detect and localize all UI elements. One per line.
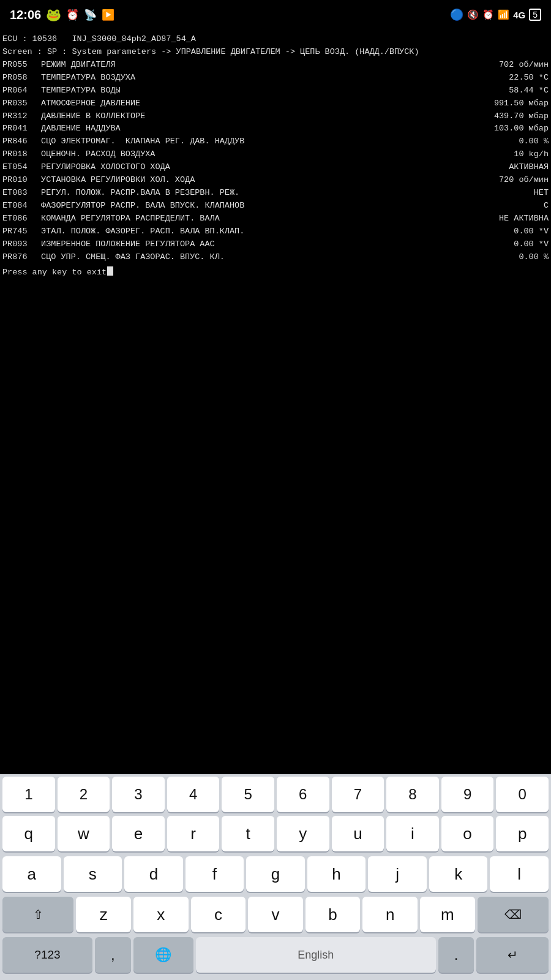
letter-key-t[interactable]: t bbox=[222, 816, 274, 851]
letter-key-z[interactable]: z bbox=[76, 897, 131, 932]
num-key-4[interactable]: 4 bbox=[167, 777, 220, 812]
param-label: СЦО УПР. СМЕЩ. ФАЗ ГАЗОРАС. ВПУС. КЛ. bbox=[36, 251, 451, 264]
param-row: PR010 УСТАНОВКА РЕГУЛИРОВКИ ХОЛ. ХОДА720… bbox=[2, 174, 549, 187]
param-code: PR035 bbox=[2, 97, 36, 110]
letter-key-b[interactable]: b bbox=[305, 897, 361, 932]
num-key-1[interactable]: 1 bbox=[2, 777, 55, 812]
param-row: PR041 ДАВЛЕНИЕ НАДДУВА103.00 мбар bbox=[2, 123, 549, 135]
letter-key-j[interactable]: j bbox=[368, 856, 427, 892]
letter-key-f[interactable]: f bbox=[186, 856, 244, 892]
letter-key-w[interactable]: w bbox=[58, 816, 110, 851]
rss-icon: 📡 bbox=[84, 9, 97, 21]
status-left: 12:06 🐸 ⏰ 📡 ▶️ bbox=[10, 7, 114, 22]
alarm-icon: ⏰ bbox=[66, 9, 79, 21]
letter-key-s[interactable]: s bbox=[64, 856, 122, 892]
param-row: ET054 РЕГУЛИРОВКА ХОЛОСТОГО ХОДААКТИВНАЯ bbox=[2, 161, 549, 174]
param-label: ФАЗОРЕГУЛЯТОР РАСПР. ВАЛА ВПУСК. КЛАПАНО… bbox=[36, 200, 451, 213]
param-code: PR055 bbox=[2, 59, 36, 72]
param-row: PR876 СЦО УПР. СМЕЩ. ФАЗ ГАЗОРАС. ВПУС. … bbox=[2, 251, 549, 264]
param-value: 58.44 *C bbox=[451, 85, 549, 97]
battery-icon: 5 bbox=[529, 9, 541, 21]
globe-key[interactable]: 🌐 bbox=[133, 937, 193, 973]
num-key-9[interactable]: 9 bbox=[441, 777, 494, 812]
param-label: СЦО ЭЛЕКТРОМАГ. КЛАПАНА РЕГ. ДАВ. НАДДУВ bbox=[36, 135, 451, 148]
param-value: 0.00 *V bbox=[451, 225, 549, 238]
keyboard-row3: ⇧zxcvbnm⌫ bbox=[0, 894, 551, 935]
letter-key-q[interactable]: q bbox=[2, 816, 55, 851]
param-code: PR064 bbox=[2, 85, 36, 97]
screen-line: Screen : SP : System parameters -> УПРАВ… bbox=[2, 46, 549, 59]
letter-key-c[interactable]: c bbox=[191, 897, 246, 932]
param-label: ТЕМПЕРАТУРА ВОЗДУХА bbox=[36, 72, 451, 85]
num-key-2[interactable]: 2 bbox=[58, 777, 110, 812]
param-code: PR312 bbox=[2, 110, 36, 123]
status-right: 🔵 🔇 ⏰ 📶 4G 5 bbox=[450, 8, 541, 21]
param-label: РЕЖИМ ДВИГАТЕЛЯ bbox=[36, 59, 451, 72]
num-key-5[interactable]: 5 bbox=[222, 777, 274, 812]
letter-key-g[interactable]: g bbox=[246, 856, 305, 892]
exit-prompt-text: Press any key to exit bbox=[2, 266, 107, 279]
param-row: ET083 РЕГУЛ. ПОЛОЖ. РАСПР.ВАЛА В РЕЗЕРВН… bbox=[2, 187, 549, 200]
exit-prompt-line: Press any key to exit bbox=[2, 266, 549, 279]
param-code: ET084 bbox=[2, 200, 36, 213]
param-row: PR018 ОЦЕНОЧН. РАСХОД ВОЗДУХА10 kg/h bbox=[2, 148, 549, 161]
letter-key-h[interactable]: h bbox=[307, 856, 366, 892]
param-value: НЕ АКТИВНА bbox=[451, 213, 549, 225]
letter-key-o[interactable]: o bbox=[441, 816, 494, 851]
keyboard-row2: asdfghjkl bbox=[0, 854, 551, 894]
param-value: 720 об/мин bbox=[451, 174, 549, 187]
num-key-8[interactable]: 8 bbox=[386, 777, 439, 812]
letter-key-p[interactable]: p bbox=[496, 816, 549, 851]
shift-key[interactable]: ⇧ bbox=[2, 897, 73, 932]
param-value: 10 kg/h bbox=[451, 148, 549, 161]
comma-key[interactable]: , bbox=[95, 937, 131, 973]
period-key[interactable]: . bbox=[438, 937, 474, 973]
param-row: PR093 ИЗМЕРЕННОЕ ПОЛОЖЕНИЕ РЕГУЛЯТОРА АА… bbox=[2, 238, 549, 251]
letter-key-i[interactable]: i bbox=[386, 816, 439, 851]
letter-key-u[interactable]: u bbox=[332, 816, 384, 851]
cursor-indicator bbox=[107, 266, 113, 276]
space-key[interactable]: English bbox=[196, 937, 436, 973]
param-row: PR745 ЭТАЛ. ПОЛОЖ. ФАЗОРЕГ. РАСП. ВАЛА В… bbox=[2, 225, 549, 238]
param-row: PR312 ДАВЛЕНИЕ В КОЛЛЕКТОРЕ439.70 мбар bbox=[2, 110, 549, 123]
num-key-3[interactable]: 3 bbox=[112, 777, 165, 812]
letter-key-n[interactable]: n bbox=[362, 897, 418, 932]
enter-key[interactable]: ↵ bbox=[476, 937, 549, 973]
keyboard-row1: qwertyuiop bbox=[0, 813, 551, 854]
keyboard-number-row: 1234567890 bbox=[0, 774, 551, 813]
letter-key-r[interactable]: r bbox=[167, 816, 220, 851]
frog-icon: 🐸 bbox=[46, 7, 61, 22]
bluetooth-icon: 🔵 bbox=[450, 8, 463, 21]
param-code: ET083 bbox=[2, 187, 36, 200]
param-row: PR846 СЦО ЭЛЕКТРОМАГ. КЛАПАНА РЕГ. ДАВ. … bbox=[2, 135, 549, 148]
letter-key-e[interactable]: e bbox=[112, 816, 165, 851]
num-key-0[interactable]: 0 bbox=[496, 777, 549, 812]
param-value: АКТИВНАЯ bbox=[451, 161, 549, 174]
param-value: 103.00 мбар bbox=[451, 123, 549, 135]
backspace-key[interactable]: ⌫ bbox=[478, 897, 549, 932]
param-value: 0.00 *V bbox=[451, 238, 549, 251]
param-label: ТЕМПЕРАТУРА ВОДЫ bbox=[36, 85, 451, 97]
param-value: 991.50 мбар bbox=[451, 97, 549, 110]
special-key-123[interactable]: ?123 bbox=[2, 937, 92, 973]
youtube-icon: ▶️ bbox=[102, 9, 114, 21]
letter-key-a[interactable]: a bbox=[2, 856, 61, 892]
letter-key-x[interactable]: x bbox=[133, 897, 189, 932]
letter-key-v[interactable]: v bbox=[248, 897, 303, 932]
letter-key-l[interactable]: l bbox=[490, 856, 549, 892]
time-display: 12:06 bbox=[10, 8, 41, 22]
num-key-7[interactable]: 7 bbox=[332, 777, 384, 812]
keyboard-bottom-row: ?123 , 🌐 English . ↵ bbox=[0, 935, 551, 975]
num-key-6[interactable]: 6 bbox=[277, 777, 329, 812]
param-label: ДАВЛЕНИЕ НАДДУВА bbox=[36, 123, 451, 135]
param-value: НЕТ bbox=[451, 187, 549, 200]
4g-label: 4G bbox=[513, 10, 525, 20]
param-code: PR041 bbox=[2, 123, 36, 135]
param-code: PR846 bbox=[2, 135, 36, 148]
letter-key-d[interactable]: d bbox=[124, 856, 183, 892]
letter-key-m[interactable]: m bbox=[420, 897, 475, 932]
param-row: PR064 ТЕМПЕРАТУРА ВОДЫ58.44 *C bbox=[2, 85, 549, 97]
alarm2-icon: ⏰ bbox=[482, 9, 494, 20]
letter-key-y[interactable]: y bbox=[277, 816, 329, 851]
letter-key-k[interactable]: k bbox=[429, 856, 488, 892]
